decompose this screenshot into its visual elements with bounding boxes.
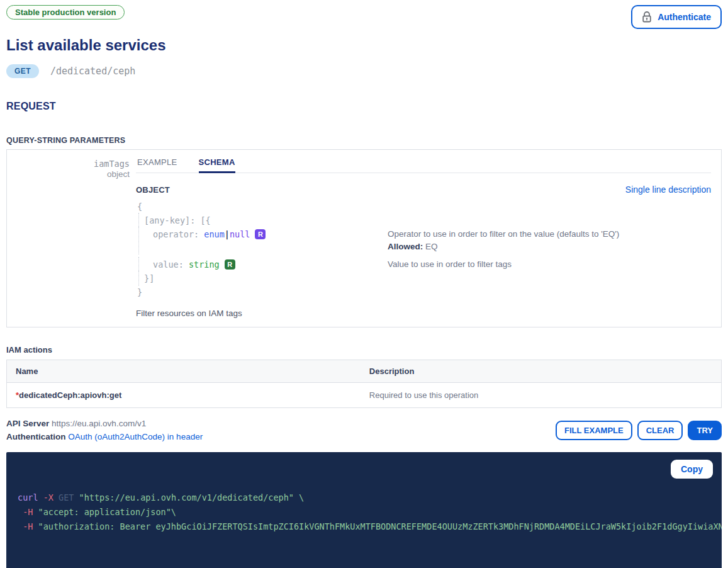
token-cmd: curl [18, 492, 38, 503]
description-line: Allowed: EQ [388, 241, 711, 253]
tab-schema[interactable]: SCHEMA [199, 157, 235, 173]
token-str: "authorization: Bearer eyJhbGciOiJFZERTQ… [38, 521, 722, 531]
schema-code: }] [136, 272, 388, 285]
authenticate-button[interactable]: Authenticate [631, 5, 722, 29]
token-null: null [230, 229, 250, 239]
token-k: operator: [153, 229, 204, 239]
token-p: }] [144, 273, 154, 283]
schema-row: }] [136, 272, 711, 285]
schema-code: [any-key]: [{ [136, 214, 388, 227]
token-str: "accept: application/json"\ [38, 507, 176, 517]
schema-tabs: EXAMPLE SCHEMA [136, 150, 711, 173]
parameter-label-column: iamTags object [7, 150, 136, 318]
code-line: -H "accept: application/json"\ [18, 505, 710, 520]
token-d: Value to use in order to filter tags [388, 259, 512, 269]
token-p: } [137, 287, 142, 297]
token-sp [33, 521, 38, 531]
parameter-type: object [7, 169, 130, 179]
schema-code: { [136, 200, 388, 213]
schema-row: [any-key]: [{ [136, 214, 711, 227]
token-d: EQ [423, 242, 437, 251]
schema-field-description [388, 272, 711, 285]
iam-action-description: Required to use this operation [361, 383, 721, 407]
authentication-label: Authentication [6, 432, 66, 441]
column-header-name: Name [7, 360, 361, 382]
table-row: *dedicatedCeph:apiovh:getRequired to use… [7, 382, 721, 407]
iam-actions-table: Name Description *dedicatedCeph:apiovh:g… [6, 360, 722, 408]
parameter-name: iamTags [7, 159, 130, 169]
token-p: [any-key]: [{ [144, 215, 211, 225]
token-sp [33, 507, 38, 517]
schema-code: value: stringR [136, 258, 388, 271]
parameter-box: iamTags object EXAMPLE SCHEMA OBJECT Sin… [6, 149, 722, 327]
endpoint-row: GET /dedicated/ceph [6, 64, 722, 78]
schema-field-description [388, 214, 711, 227]
parameter-content: EXAMPLE SCHEMA OBJECT Single line descri… [136, 150, 721, 318]
description-line: Operator to use in order to filter on th… [388, 228, 711, 241]
token-flag: -H [23, 521, 33, 531]
schema-code: } [136, 286, 388, 298]
api-server-line: API Server https://eu.api.ovh.com/v1 [6, 417, 203, 430]
curl-block: curl -X GET "https://eu.api.ovh.com/v1/d… [6, 452, 722, 568]
single-line-description-link[interactable]: Single line description [625, 185, 711, 195]
token-rg: R [225, 259, 235, 270]
api-console-page: Stable production version Authenticate L… [0, 0, 728, 568]
api-meta-row: API Server https://eu.api.ovh.com/v1 Aut… [6, 417, 722, 443]
description-line: Value to use in order to filter tags [388, 258, 711, 271]
curl-copy-button[interactable]: Copy [671, 460, 713, 479]
schema-field-description [388, 286, 711, 298]
api-server-value: https://eu.api.ovh.com/v1 [52, 419, 146, 428]
object-type-label: OBJECT [136, 185, 170, 195]
schema-rows: {[any-key]: [{operator: enum|nullROperat… [136, 200, 711, 298]
table-header-row: Name Description [7, 360, 721, 382]
token-strt: string [189, 259, 220, 270]
token-bar: | [225, 229, 230, 239]
schema-row: } [136, 286, 711, 298]
schema-row: value: stringRValue to use in order to f… [136, 258, 711, 271]
version-badge: Stable production version [6, 5, 125, 20]
authentication-link[interactable]: OAuth (oAuth2AuthCode) in header [68, 432, 203, 441]
token-flag: -X [43, 492, 53, 503]
code-line: -H "authorization: Bearer eyJhbGciOiJFZE… [18, 520, 710, 534]
token-p: { [137, 202, 142, 212]
endpoint-path: /dedicated/ceph [50, 65, 135, 77]
token-flag: -H [23, 507, 33, 517]
http-method-badge: GET [6, 64, 39, 78]
schema-row: { [136, 200, 711, 213]
clear-button[interactable]: CLEAR [637, 421, 683, 440]
schema-code: operator: enum|nullR [136, 228, 388, 253]
iam-action-name: *dedicatedCeph:apiovh:get [7, 383, 361, 407]
iam-actions-title: IAM actions [6, 345, 722, 355]
schema-field-description: Value to use in order to filter tags [388, 258, 711, 271]
token-sp [38, 492, 43, 503]
page-title: List available services [6, 37, 722, 54]
fill-example-button[interactable]: FILL EXAMPLE [556, 421, 632, 440]
token-enum: enum [204, 229, 225, 239]
authenticate-label: Authenticate [658, 12, 711, 22]
try-button[interactable]: TRY [688, 421, 722, 440]
iam-table-body: *dedicatedCeph:apiovh:getRequired to use… [7, 382, 721, 407]
request-section-title: REQUEST [6, 101, 722, 112]
schema-field-description [388, 200, 711, 213]
token-d: Operator to use in order to filter on th… [388, 229, 619, 239]
query-string-parameters-label: QUERY-STRING PARAMETERS [6, 136, 722, 145]
top-bar: Stable production version Authenticate [6, 5, 722, 29]
api-server-label: API Server [6, 419, 49, 428]
object-header-row: OBJECT Single line description [136, 185, 711, 195]
token-rp: R [255, 229, 266, 239]
schema-row: operator: enum|nullROperator to use in o… [136, 228, 711, 253]
code-line: curl -X GET "https://eu.api.ovh.com/v1/d… [18, 491, 710, 505]
column-header-description: Description [361, 360, 721, 382]
action-buttons: FILL EXAMPLE CLEAR TRY [556, 421, 722, 440]
token-sp [18, 521, 23, 531]
token-b: Allowed: [388, 242, 423, 251]
lock-icon [642, 11, 652, 23]
required-asterisk: * [16, 390, 19, 400]
token-str: "https://eu.api.ovh.com/v1/dedicated/cep… [79, 492, 305, 503]
token-sp [53, 492, 59, 503]
schema-field-description: Operator to use in order to filter on th… [388, 228, 711, 253]
tab-example[interactable]: EXAMPLE [137, 157, 177, 173]
token-k: value: [153, 259, 189, 270]
token-dim: GET [59, 492, 74, 503]
authentication-line: Authentication OAuth (oAuth2AuthCode) in… [6, 430, 203, 443]
